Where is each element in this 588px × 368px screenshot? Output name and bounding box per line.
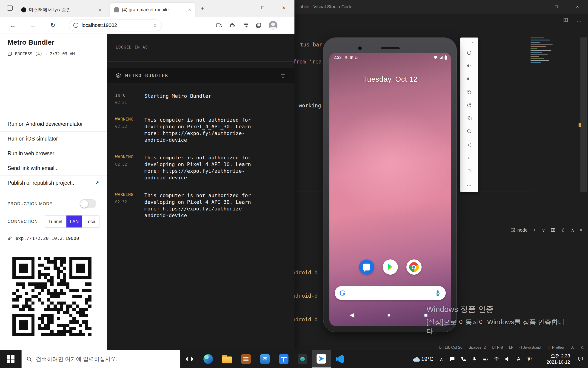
language-mode[interactable]: {} JavaScript — [519, 345, 541, 350]
emulator-minimize-button[interactable]: — — [464, 40, 468, 44]
vscode-maximize-button[interactable]: □ — [546, 0, 567, 14]
connection-tunnel-button[interactable]: Tunnel — [44, 215, 66, 228]
vscode-close-button[interactable]: × — [567, 0, 588, 14]
minimap[interactable] — [531, 37, 561, 65]
browser-tab-active[interactable]: (4) grab-market-mobile × — [110, 3, 195, 17]
browser-maximize-button[interactable]: □ — [252, 0, 273, 15]
back-button[interactable]: ← — [6, 17, 19, 34]
new-terminal-icon[interactable]: + — [533, 227, 536, 233]
tray-expand-icon[interactable]: ∧ — [436, 350, 447, 368]
tab-close-icon[interactable]: × — [188, 7, 191, 12]
taskbar-search[interactable] — [21, 350, 180, 368]
cursor-position[interactable]: Ln 18, Col 26 — [439, 345, 463, 350]
kill-terminal-icon[interactable] — [561, 228, 565, 232]
phone-tray-icon[interactable] — [458, 350, 469, 368]
encoding[interactable]: UTF-8 — [492, 345, 503, 350]
screenshot-button[interactable] — [466, 115, 472, 121]
terminal-dropdown-icon[interactable]: ∨ — [542, 227, 545, 233]
weather-temp[interactable]: 19°C — [421, 356, 434, 362]
terminal-text[interactable]: ndroid-d — [294, 270, 318, 276]
search-input[interactable] — [36, 356, 165, 362]
power-button[interactable] — [466, 50, 472, 56]
browser-tab[interactable]: 마스터에서 fyi / 승인 - × — [17, 3, 105, 17]
close-panel-icon[interactable]: × — [580, 228, 582, 233]
refresh-button[interactable]: ↻ — [46, 17, 59, 34]
code-fragment[interactable]: working — [299, 102, 321, 109]
volume-tray-icon[interactable] — [502, 350, 513, 368]
emulator-back-button[interactable]: ◁ — [466, 141, 472, 147]
site-info-icon[interactable]: i — [73, 23, 78, 28]
favorites-bar-icon[interactable] — [242, 23, 249, 28]
android-home-button[interactable]: ● — [387, 312, 391, 319]
forward-button[interactable]: → — [27, 17, 39, 34]
connection-local-button[interactable]: Local — [82, 215, 99, 228]
taskbar-clock[interactable]: 오전 2:33 2021-10-12 — [539, 353, 570, 365]
browser-minimize-button[interactable]: — — [231, 0, 252, 15]
app-icon-file-explorer[interactable] — [218, 350, 237, 368]
emulator-home-button[interactable]: ○ — [466, 155, 472, 161]
app-icon-blue-app[interactable] — [274, 350, 293, 368]
terminal-text[interactable]: ndroid-d — [294, 316, 318, 322]
run-ios-button[interactable]: Run on iOS simulator — [0, 131, 107, 146]
battery-tray-icon[interactable] — [480, 350, 491, 368]
app-icon-vscode[interactable] — [331, 350, 350, 368]
browser-close-button[interactable]: × — [273, 0, 294, 15]
vscode-titlebar[interactable]: obile - Visual Studio Code — □ × — [294, 0, 588, 14]
run-web-button[interactable]: Run in web browser — [0, 146, 107, 161]
favorite-star-icon[interactable]: ☆ — [152, 22, 158, 28]
terminal-process-select[interactable]: node — [510, 228, 528, 233]
tab-close-icon[interactable]: × — [99, 7, 101, 12]
split-terminal-icon[interactable] — [551, 228, 555, 232]
chat-tray-icon[interactable] — [447, 350, 458, 368]
eol[interactable]: LF — [509, 345, 514, 350]
web-capture-icon[interactable] — [216, 23, 222, 28]
new-tab-button[interactable]: + — [201, 5, 204, 12]
url-text[interactable]: localhost:19002 — [82, 22, 149, 28]
voice-search-mic-icon[interactable] — [434, 290, 441, 296]
split-editor-icon[interactable] — [563, 18, 568, 23]
emulator-overview-button[interactable]: □ — [466, 168, 472, 174]
zoom-button[interactable] — [466, 128, 472, 134]
ime-korean-indicator[interactable]: 한 — [524, 350, 535, 368]
volume-up-button[interactable] — [466, 63, 472, 69]
android-screen[interactable]: 2:33 ⚙ ▣ □ Tuesd — [330, 53, 451, 326]
action-center-icon[interactable] — [573, 350, 588, 368]
code-fragment[interactable]: tus-bar' — [300, 42, 326, 48]
indentation[interactable]: Spaces: 2 — [468, 345, 486, 350]
emulator-more-button[interactable]: … — [466, 181, 472, 187]
feedback-icon[interactable] — [570, 346, 574, 350]
connection-lan-button[interactable]: LAN — [66, 215, 82, 228]
editor-more-actions-icon[interactable]: … — [577, 18, 582, 23]
profile-avatar[interactable] — [269, 21, 277, 30]
mic-tray-icon[interactable] — [469, 350, 480, 368]
app-icon-edge[interactable] — [199, 350, 218, 368]
terminal-text[interactable]: ndroid-d — [294, 293, 318, 299]
app-icon-store[interactable] — [237, 350, 255, 368]
exp-url[interactable]: exp://172.20.10.2:19000 — [15, 236, 79, 241]
maximize-panel-icon[interactable]: ∧ — [571, 227, 574, 233]
play-store-app-icon[interactable] — [383, 259, 398, 275]
start-button[interactable] — [0, 350, 21, 368]
notifications-bell-icon[interactable] — [580, 346, 584, 350]
scrollbar-overview-ruler[interactable] — [580, 37, 587, 192]
chrome-app-icon[interactable] — [406, 259, 422, 275]
weather-icon[interactable] — [412, 356, 420, 362]
volume-down-button[interactable] — [466, 76, 472, 82]
run-android-button[interactable]: Run on Android device/emulator — [0, 117, 107, 131]
extensions-icon[interactable] — [230, 23, 235, 28]
browser-menu-icon[interactable]: … — [285, 22, 291, 29]
android-back-button[interactable]: ◀ — [350, 312, 354, 319]
network-tray-icon[interactable] — [491, 350, 502, 368]
code-fragment[interactable]: from 'rea — [294, 59, 322, 65]
emulator-close-button[interactable]: × — [472, 40, 474, 44]
app-icon-android-studio[interactable] — [293, 350, 312, 368]
collections-icon[interactable] — [256, 23, 261, 28]
ime-latin-indicator[interactable]: A — [513, 350, 524, 368]
rotate-right-button[interactable] — [466, 102, 472, 108]
tab-actions-icon[interactable] — [7, 6, 13, 10]
google-search-bar[interactable]: G — [335, 286, 446, 300]
task-view-button[interactable] — [180, 350, 199, 368]
address-bar[interactable]: i localhost:19002 ☆ — [69, 19, 162, 31]
publish-project-button[interactable]: Publish or republish project...↗ — [0, 175, 107, 190]
app-icon-emulator[interactable] — [312, 350, 331, 368]
